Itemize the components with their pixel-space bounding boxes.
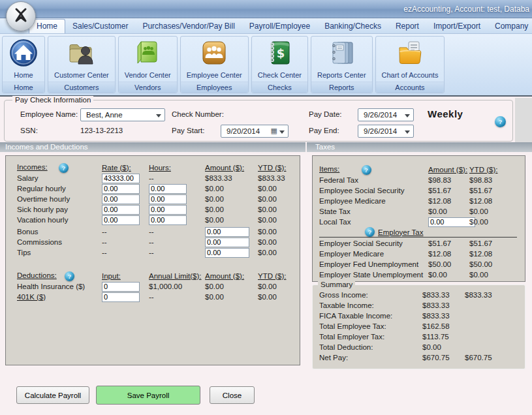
app-menu-button[interactable] (6, 1, 36, 31)
income-row-overtime-hourly: Overtime hourly $0.00 $0.00 (6, 194, 300, 204)
help-icon[interactable] (362, 165, 371, 175)
home-button[interactable]: Home (3, 37, 44, 82)
help-icon[interactable] (495, 116, 506, 127)
col-header-input: Input: (102, 271, 149, 281)
ribbon-group-label-customers[interactable]: Customers (48, 82, 115, 93)
summary-row-total-deduction: Total Deduction: $0.00 (313, 342, 525, 352)
taxes-section-header: Taxes (307, 142, 532, 152)
ribbon-button-label: Reports Center (317, 71, 366, 79)
ssn-label: SSN: (20, 127, 38, 134)
help-icon[interactable] (65, 271, 74, 281)
calculate-payroll-button[interactable]: Calculate Payroll (16, 386, 89, 404)
bonus-amount-input[interactable] (205, 227, 249, 237)
tab-report[interactable]: Report (388, 19, 426, 33)
summary-row-fica-taxable-income: FICA Taxable Income: $833.33 (313, 311, 525, 321)
401k-link[interactable]: 401K ($) (17, 293, 46, 301)
check-number-label: Check Number: (172, 110, 224, 118)
salary-rate-input[interactable] (102, 174, 140, 183)
title-bar: ezAccounting, Account: test, Databa (0, 0, 532, 18)
employee-name-label: Employee Name: (20, 110, 78, 118)
local-tax-input[interactable] (428, 217, 475, 227)
ribbon-group-employees: Employee Center Employees (180, 36, 249, 93)
regular-hourly-hours-input[interactable] (149, 184, 187, 194)
regular-hourly-rate-input[interactable] (102, 184, 140, 194)
app-logo-icon (11, 5, 31, 27)
check-center-button[interactable]: $ Check Center (252, 37, 307, 82)
ribbon-group-label-home[interactable]: Home (3, 82, 44, 93)
save-payroll-button[interactable]: Save Payroll (96, 386, 200, 405)
summary-row-total-employee-tax: Total Employee Tax: $162.58 (313, 321, 525, 331)
col-header-ytd: YTD ($): (258, 163, 300, 173)
ribbon-group-checks: $ Check Center Checks (251, 36, 308, 93)
overtime-hourly-rate-input[interactable] (102, 194, 140, 204)
pay-date-label: Pay Date: (309, 110, 342, 118)
customer-center-button[interactable]: Customer Center (48, 37, 115, 82)
ribbon-group-label-vendors[interactable]: Vendors (119, 82, 177, 93)
incomes-deductions-section-header: Incomes and Deductions (0, 142, 305, 152)
employer-tax-title: Employer Tax (378, 228, 423, 236)
ribbon-group-label-reports[interactable]: Reports (311, 82, 372, 93)
overtime-hourly-hours-input[interactable] (149, 194, 187, 204)
ribbon-group-accounts: Chart of Accounts Accounts (375, 36, 445, 93)
col-header-hours: Hours: (149, 163, 205, 173)
help-icon[interactable] (59, 163, 69, 173)
vacation-hourly-hours-input[interactable] (149, 215, 187, 225)
customer-folder-icon (67, 38, 97, 70)
tab-company[interactable]: Company (488, 19, 532, 33)
vendor-center-button[interactable]: Vendor Center (119, 37, 177, 82)
col-header-ytd: YTD ($): (469, 165, 525, 175)
pay-start-value: 9/20/2014 (227, 127, 260, 135)
close-button[interactable]: Close (210, 386, 255, 404)
employee-name-value: Best, Anne (86, 111, 123, 119)
commissions-amount-input[interactable] (205, 238, 249, 247)
income-row-vacation-hourly: Vacation hourly $0.00 $0.00 (6, 215, 300, 225)
employee-people-icon (199, 38, 229, 70)
sick-hourly-rate-input[interactable] (102, 205, 140, 215)
ribbon-group-label-accounts[interactable]: Accounts (376, 82, 445, 93)
tab-sales-customer[interactable]: Sales/Customer (65, 19, 135, 33)
income-row-salary: Salary -- $833.33 $833.33 (6, 173, 300, 183)
income-row-commissions: Commissions -- -- $0.00 (6, 237, 300, 247)
sick-hourly-hours-input[interactable] (149, 205, 187, 215)
chart-of-accounts-button[interactable]: Chart of Accounts (376, 37, 445, 82)
taxes-items-title: Items: (319, 165, 339, 173)
pay-end-picker[interactable]: 9/26/2014 (358, 125, 414, 138)
pay-start-picker[interactable]: 9/20/2014 ▦ (221, 125, 289, 138)
deductions-title: Deductions: (17, 271, 57, 279)
health-insurance-input[interactable] (102, 282, 140, 292)
ribbon-button-label: Customer Center (54, 71, 109, 79)
paycheck-info-groupbox: Pay Check Information Employee Name: Bes… (4, 100, 513, 142)
col-header-ytd: YTD ($): (258, 271, 300, 281)
tax-row-local: Local Tax $0.00 (313, 217, 525, 227)
tab-purchases-vendor-pay-bill[interactable]: Purchases/Vendor/Pay Bill (135, 19, 242, 33)
tab-payroll-employee[interactable]: Payroll/Employee (242, 19, 317, 33)
summary-row-gross-income: Gross Income: $833.33 $833.33 (313, 290, 525, 300)
tax-row-federal: Federal Tax $98.83 $98.83 (313, 175, 525, 185)
paycheck-info-legend: Pay Check Information (12, 96, 93, 104)
taxes-panel: Items: Amount ($): YTD ($): Federal Tax … (312, 155, 525, 282)
help-icon[interactable] (365, 227, 375, 237)
chevron-down-icon (405, 131, 410, 134)
ribbon-button-label: Check Center (258, 71, 302, 79)
employee-center-button[interactable]: Employee Center (181, 37, 248, 82)
col-header-rate: Rate ($): (102, 163, 149, 173)
ribbon-group-label-checks[interactable]: Checks (252, 82, 307, 93)
reports-center-button[interactable]: Reports Center (311, 37, 372, 82)
home-icon (8, 38, 39, 70)
employee-name-select[interactable]: Best, Anne (80, 108, 165, 121)
vacation-hourly-rate-input[interactable] (102, 215, 140, 225)
pay-start-label: Pay Start: (172, 127, 205, 134)
vendor-book-icon (133, 38, 163, 70)
tips-amount-input[interactable] (205, 248, 249, 258)
summary-row-taxable-income: Taxable Income: $833.33 (313, 300, 525, 311)
pay-date-picker[interactable]: 9/26/2014 (358, 108, 414, 121)
ribbon-group-home: Home Home (2, 36, 45, 93)
report-books-icon (326, 38, 356, 70)
incomes-title: Incomes: (17, 163, 48, 171)
tab-banking-checks[interactable]: Banking/Checks (317, 19, 388, 33)
tax-row-state: State Tax $0.00 $0.00 (313, 206, 525, 217)
tab-import-export[interactable]: Import/Export (426, 19, 488, 33)
ribbon-group-label-employees[interactable]: Employees (181, 82, 248, 93)
401k-input[interactable] (102, 292, 140, 302)
income-row-bonus: Bonus -- -- $0.00 (6, 226, 300, 237)
